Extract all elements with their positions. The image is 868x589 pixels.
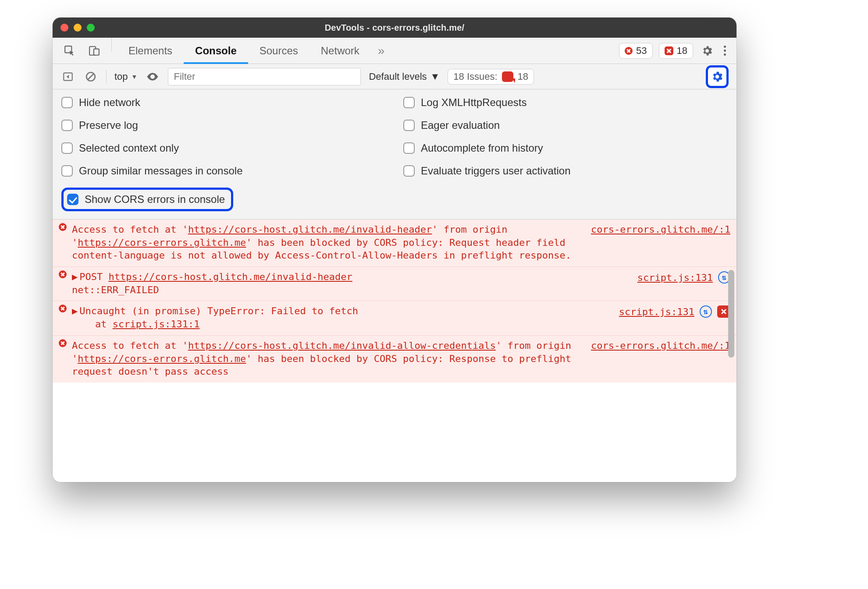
setting-eager-eval[interactable]: Eager evaluation bbox=[403, 119, 728, 131]
dropdown-icon: ▼ bbox=[132, 73, 138, 80]
disclosure-icon[interactable]: ▶ bbox=[72, 305, 78, 316]
setting-label: Show CORS errors in console bbox=[85, 193, 225, 206]
context-label: top bbox=[114, 71, 128, 82]
setting-log-xhr[interactable]: Log XMLHttpRequests bbox=[403, 96, 728, 109]
source-link[interactable]: script.js:131 bbox=[619, 306, 694, 317]
log-url[interactable]: https://cors-errors.glitch.me bbox=[78, 237, 246, 248]
log-message: Access to fetch at 'https://cors-host.gl… bbox=[72, 223, 586, 262]
source-link[interactable]: script.js:131 bbox=[637, 272, 713, 283]
log-url[interactable]: https://cors-host.glitch.me/invalid-head… bbox=[108, 271, 352, 282]
disclosure-icon[interactable]: ▶ bbox=[72, 271, 78, 282]
filter-input[interactable] bbox=[168, 68, 361, 85]
error-icon bbox=[59, 339, 67, 347]
svg-point-6 bbox=[152, 75, 154, 78]
checkbox-icon bbox=[61, 120, 73, 131]
scrollbar-thumb[interactable] bbox=[728, 270, 734, 358]
issues-badge-count: 18 bbox=[518, 71, 528, 82]
errors-count: 53 bbox=[636, 45, 647, 57]
log-url[interactable]: https://cors-host.glitch.me/invalid-allo… bbox=[188, 340, 496, 351]
log-entry[interactable]: Access to fetch at 'https://cors-host.gl… bbox=[53, 335, 736, 383]
console-toolbar: top ▼ Default levels ▼ 18 Issues: 18 bbox=[53, 64, 736, 89]
setting-label: Group similar messages in console bbox=[79, 165, 243, 177]
setting-label: Preserve log bbox=[79, 119, 138, 131]
error-icon bbox=[59, 305, 67, 312]
clear-console-button[interactable] bbox=[83, 69, 98, 84]
console-settings-panel: Hide network Log XMLHttpRequests Preserv… bbox=[53, 89, 736, 220]
context-selector[interactable]: top ▼ bbox=[114, 71, 137, 82]
error-icon bbox=[59, 223, 67, 231]
console-settings-button[interactable] bbox=[706, 65, 729, 88]
setting-label: Autocomplete from history bbox=[421, 142, 543, 154]
setting-label: Hide network bbox=[79, 96, 140, 109]
svg-line-5 bbox=[88, 74, 94, 79]
eye-icon bbox=[146, 70, 159, 83]
maximize-window-button[interactable] bbox=[87, 24, 95, 32]
issue-icon bbox=[502, 71, 513, 82]
log-message: Access to fetch at 'https://cors-host.gl… bbox=[72, 339, 586, 378]
checkbox-icon bbox=[67, 194, 78, 205]
setting-label: Evaluate triggers user activation bbox=[421, 165, 571, 177]
log-url[interactable]: https://cors-errors.glitch.me bbox=[78, 353, 246, 364]
dropdown-icon: ▼ bbox=[430, 71, 440, 82]
checkbox-icon bbox=[403, 97, 415, 108]
checkbox-icon bbox=[403, 120, 415, 131]
scrollbar[interactable] bbox=[727, 38, 735, 479]
setting-autocomplete-history[interactable]: Autocomplete from history bbox=[403, 142, 728, 154]
issues-count: 18 bbox=[677, 45, 687, 57]
chevron-right-icon: » bbox=[378, 44, 385, 58]
tab-network[interactable]: Network bbox=[309, 38, 371, 64]
gear-icon bbox=[711, 70, 724, 83]
checkbox-icon bbox=[403, 142, 415, 154]
issues-pill[interactable]: 18 Issues: 18 bbox=[448, 69, 534, 85]
panel-tabs: Elements Console Sources Network » bbox=[112, 38, 391, 64]
setting-show-cors-errors[interactable]: Show CORS errors in console bbox=[61, 188, 233, 211]
tabs-overflow-button[interactable]: » bbox=[371, 38, 392, 64]
setting-preserve-log[interactable]: Preserve log bbox=[61, 119, 386, 131]
source-link[interactable]: cors-errors.glitch.me/:1 bbox=[591, 340, 730, 351]
log-entry[interactable]: ▶POST https://cors-host.glitch.me/invali… bbox=[53, 266, 736, 301]
inspect-element-icon[interactable] bbox=[62, 43, 77, 58]
live-expression-button[interactable] bbox=[145, 69, 160, 84]
tab-elements[interactable]: Elements bbox=[117, 38, 184, 64]
devtools-window: DevTools - cors-errors.glitch.me/ Elemen… bbox=[53, 18, 736, 482]
issues-label: 18 Issues: bbox=[453, 71, 497, 82]
log-message: ▶Uncaught (in promise) TypeError: Failed… bbox=[72, 305, 614, 330]
setting-label: Log XMLHttpRequests bbox=[421, 96, 526, 109]
setting-hide-network[interactable]: Hide network bbox=[61, 96, 386, 109]
window-title: DevTools - cors-errors.glitch.me/ bbox=[325, 23, 465, 33]
issue-icon bbox=[665, 46, 673, 55]
log-entry[interactable]: Access to fetch at 'https://cors-host.gl… bbox=[53, 220, 736, 266]
log-levels-selector[interactable]: Default levels ▼ bbox=[369, 71, 440, 82]
checkbox-icon bbox=[61, 142, 73, 154]
errors-badge[interactable]: 53 bbox=[619, 43, 652, 59]
checkbox-icon bbox=[61, 97, 73, 108]
device-toolbar-icon[interactable] bbox=[87, 43, 102, 58]
main-tabbar: Elements Console Sources Network » 53 18 bbox=[53, 38, 736, 64]
toggle-sidebar-button[interactable] bbox=[60, 69, 75, 84]
log-url[interactable]: https://cors-host.glitch.me/invalid-head… bbox=[188, 224, 432, 235]
log-entry[interactable]: ▶Uncaught (in promise) TypeError: Failed… bbox=[53, 301, 736, 335]
network-icon[interactable] bbox=[700, 305, 712, 318]
setting-label: Selected context only bbox=[79, 142, 179, 154]
setting-group-similar[interactable]: Group similar messages in console bbox=[61, 165, 386, 177]
checkbox-icon bbox=[403, 165, 415, 177]
minimize-window-button[interactable] bbox=[74, 24, 82, 32]
levels-label: Default levels bbox=[369, 71, 427, 82]
tab-label: Network bbox=[321, 45, 359, 57]
stack-link[interactable]: script.js:131:1 bbox=[113, 319, 200, 330]
setting-label: Eager evaluation bbox=[421, 119, 500, 131]
source-link[interactable]: cors-errors.glitch.me/:1 bbox=[591, 224, 730, 235]
window-controls bbox=[60, 18, 95, 38]
setting-evaluate-triggers[interactable]: Evaluate triggers user activation bbox=[403, 165, 728, 177]
tab-console[interactable]: Console bbox=[184, 38, 248, 64]
error-icon bbox=[59, 270, 67, 278]
close-window-button[interactable] bbox=[60, 24, 68, 32]
error-icon bbox=[625, 47, 633, 55]
console-log-area: Access to fetch at 'https://cors-host.gl… bbox=[53, 220, 736, 482]
checkbox-icon bbox=[61, 165, 73, 177]
tab-sources[interactable]: Sources bbox=[248, 38, 309, 64]
devtools-settings-button[interactable] bbox=[699, 43, 715, 59]
issues-badge[interactable]: 18 bbox=[659, 43, 693, 59]
tab-label: Elements bbox=[128, 45, 172, 57]
setting-selected-context[interactable]: Selected context only bbox=[61, 142, 386, 154]
